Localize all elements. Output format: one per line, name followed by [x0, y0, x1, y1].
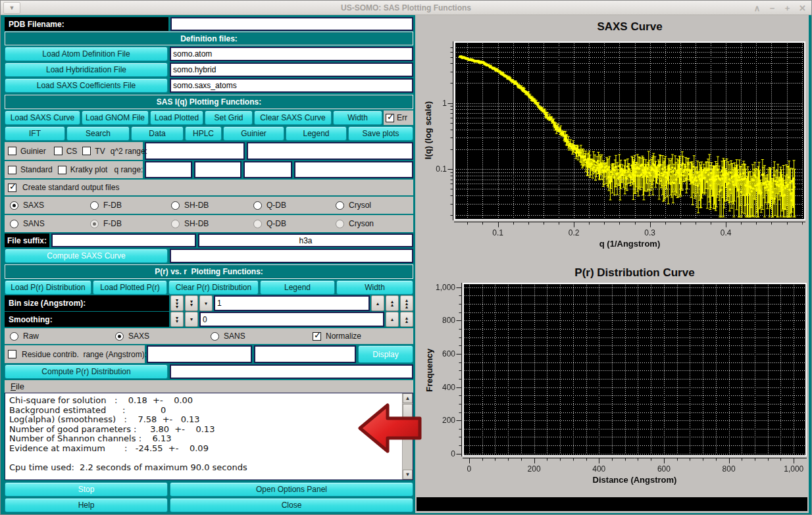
load-saxs-curve-button[interactable]: Load SAXS Curve [5, 110, 80, 125]
scroll-down-button[interactable]: ▼ [403, 470, 413, 479]
q-range-input-4[interactable] [294, 161, 413, 178]
q-range-input-3[interactable] [243, 161, 292, 178]
window-menu-button[interactable]: ▼ [3, 2, 20, 14]
sans-fdb-radio[interactable] [90, 220, 99, 228]
display-button[interactable]: Display [358, 345, 413, 363]
plot-panel-footer-bar [417, 497, 807, 511]
kratky-checkbox[interactable] [58, 166, 66, 174]
standard-checkbox[interactable] [8, 166, 16, 174]
load-hybridization-button[interactable]: Load Hybridization File [5, 62, 168, 77]
file-suffix-preview-input[interactable] [198, 233, 413, 247]
set-grid-button[interactable]: Set Grid [205, 110, 253, 125]
bin-decrement-medium-button[interactable]: ▾▾ [185, 295, 198, 311]
normalize-checkbox[interactable] [313, 332, 321, 341]
help-button[interactable]: Help [5, 498, 168, 512]
width-button-pr[interactable]: Width [336, 280, 413, 295]
scroll-up-button[interactable]: ▲ [403, 393, 413, 403]
compute-saxs-curve-button[interactable]: Compute SAXS Curve [5, 249, 168, 263]
q-range-input-1[interactable] [145, 161, 192, 178]
compute-pr-status-input[interactable] [170, 364, 413, 379]
smoothing-increment-medium-button[interactable]: ▴▴ [400, 312, 413, 327]
load-saxs-coefficients-row: Load SAXS Coefficients File [5, 78, 413, 93]
saxs-shdb-radio[interactable] [171, 201, 180, 210]
tv-checkbox[interactable] [82, 147, 91, 155]
clear-pr-distribution-button[interactable]: Clear P(r) Distribution [168, 280, 259, 295]
bin-size-input[interactable] [214, 295, 370, 311]
load-pr-distribution-button[interactable]: Load P(r) Distribution [5, 280, 91, 295]
clear-saxs-curve-button[interactable]: Clear SAXS Curve [254, 110, 332, 125]
saxs-qdb-label: Q-DB [266, 201, 286, 210]
save-plots-button[interactable]: Save plots [348, 126, 413, 141]
create-output-row: Create standard output files [5, 180, 413, 195]
minimize-button[interactable]: − [766, 3, 778, 13]
residue-checkbox[interactable] [8, 350, 16, 358]
saxs-coefficients-file-input[interactable] [170, 78, 413, 93]
close-window-button[interactable]: ✕ [796, 3, 809, 13]
q2-range-end-input[interactable] [247, 142, 413, 160]
saxs-qdb-radio[interactable] [253, 201, 262, 210]
load-plotted-pr-button[interactable]: Load Plotted P(r) [93, 280, 167, 295]
bin-decrement-button[interactable]: ▾ [199, 295, 213, 311]
sans-radio[interactable] [10, 220, 18, 228]
shade-button[interactable]: ∧ [751, 3, 763, 13]
legend-button-pr[interactable]: Legend [260, 280, 335, 295]
data-button[interactable]: Data [131, 126, 184, 141]
compute-pr-distribution-button[interactable]: Compute P(r) Distribution [5, 364, 168, 379]
q2-range-start-input[interactable] [145, 142, 245, 160]
err-checkbox[interactable] [386, 114, 394, 122]
sans-shdb-radio[interactable] [171, 220, 180, 228]
saxs-radio[interactable] [10, 201, 18, 210]
smoothing-decrement-button[interactable]: ▾ [185, 312, 198, 327]
raw-radio[interactable] [10, 332, 18, 341]
compute-saxs-status-input[interactable] [170, 249, 413, 263]
guinier-options-row: Guinier CS TV q^2 range: [5, 142, 413, 160]
bin-decrement-large-button[interactable]: ▾▾▾ [170, 295, 184, 311]
smoothing-decrement-medium-button[interactable]: ▾▾ [170, 312, 184, 327]
saxs-fdb-radio[interactable] [90, 201, 99, 210]
hybridization-file-input[interactable] [170, 62, 413, 77]
file-menu[interactable]: File [11, 381, 24, 391]
cryson-radio[interactable] [336, 220, 344, 228]
residue-range-start-input[interactable] [147, 345, 252, 363]
pr-saxs-radio[interactable] [115, 332, 124, 341]
scrollbar-thumb[interactable] [403, 404, 413, 421]
kratky-check-label: Kratky plot [70, 165, 108, 174]
q-range-input-2[interactable] [194, 161, 241, 178]
pdb-filename-input[interactable] [170, 17, 413, 31]
bin-increment-medium-button[interactable]: ▴▴ [386, 295, 399, 311]
footer-row-1: Stop Open Options Panel [5, 482, 413, 497]
smoothing-increment-button[interactable]: ▴ [386, 312, 399, 327]
plot-panel: SAXS Curve I(q) (log scale) P(r) Distrib… [415, 15, 809, 513]
width-button-saxs[interactable]: Width [333, 110, 382, 125]
bin-size-label: Bin size (Angstrom): [5, 295, 169, 311]
open-options-panel-button[interactable]: Open Options Panel [170, 482, 413, 497]
close-button[interactable]: Close [170, 498, 413, 512]
load-gnom-file-button[interactable]: Load GNOM File [82, 110, 149, 125]
load-atom-row: Load Atom Definition File [5, 47, 413, 61]
search-button[interactable]: Search [66, 126, 130, 141]
guinier-button[interactable]: Guinier [223, 126, 284, 141]
maximize-button[interactable]: + [781, 3, 794, 13]
ift-button[interactable]: IFT [5, 126, 65, 141]
file-suffix-input[interactable] [51, 233, 196, 247]
bin-increment-button[interactable]: ▴ [371, 295, 384, 311]
guinier-checkbox[interactable] [8, 147, 16, 155]
bin-increment-large-button[interactable]: ▴▴▴ [400, 295, 413, 311]
legend-button-saxs[interactable]: Legend [286, 126, 347, 141]
load-plotted-button[interactable]: Load Plotted [150, 110, 203, 125]
cs-checkbox[interactable] [54, 147, 63, 155]
load-atom-definition-button[interactable]: Load Atom Definition File [5, 47, 168, 61]
smoothing-input[interactable] [199, 312, 384, 327]
stop-button[interactable]: Stop [5, 482, 168, 497]
log-scrollbar[interactable]: ▲ ▼ [402, 393, 413, 479]
atom-definition-file-input[interactable] [170, 47, 413, 61]
pr-sans-radio[interactable] [211, 332, 219, 341]
sans-qdb-radio[interactable] [253, 220, 262, 228]
crysol-radio[interactable] [336, 201, 344, 210]
create-output-checkbox[interactable] [8, 184, 16, 192]
hplc-button[interactable]: HPLC [185, 126, 222, 141]
residue-range-end-input[interactable] [254, 345, 356, 363]
definition-files-header: Definition files: [5, 32, 413, 45]
normalize-label: Normalize [326, 331, 361, 341]
load-saxs-coefficients-button[interactable]: Load SAXS Coefficients File [5, 78, 168, 93]
